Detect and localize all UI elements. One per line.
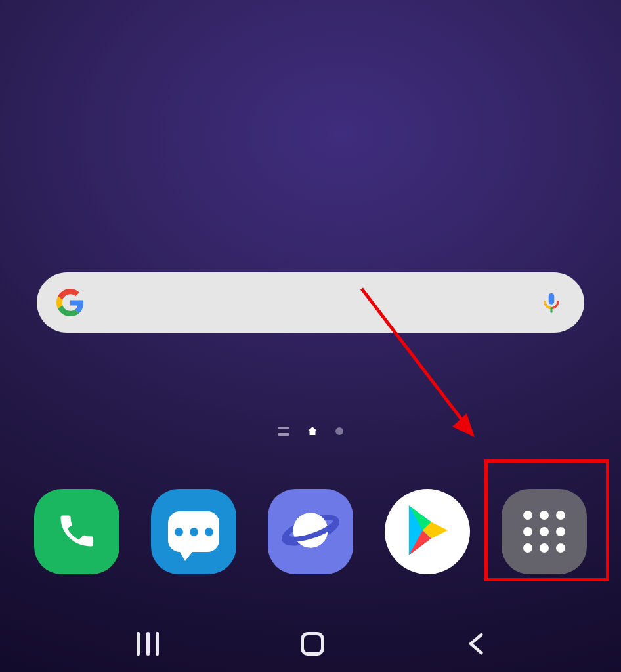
- messages-app[interactable]: [151, 489, 236, 574]
- nav-back-button[interactable]: [466, 631, 484, 656]
- navigation-bar: [0, 616, 621, 672]
- grid-icon: [523, 511, 565, 553]
- phone-icon: [56, 509, 98, 554]
- play-store-app[interactable]: [385, 489, 470, 574]
- page-dot-list-icon[interactable]: [278, 427, 289, 436]
- messages-icon: [168, 511, 219, 552]
- play-triangle-icon: [403, 503, 452, 560]
- phone-app[interactable]: [34, 489, 119, 574]
- google-g-icon: [56, 289, 84, 316]
- page-dot[interactable]: [335, 427, 343, 435]
- dock: [0, 479, 621, 584]
- page-dot-home-icon[interactable]: [307, 425, 318, 437]
- internet-app[interactable]: [268, 489, 353, 574]
- planet-icon: [282, 501, 339, 562]
- nav-recent-button[interactable]: [137, 632, 159, 656]
- page-indicator: [0, 425, 621, 437]
- google-search-widget[interactable]: [37, 272, 584, 333]
- apps-drawer-button[interactable]: [502, 489, 587, 574]
- voice-search-icon[interactable]: [538, 289, 565, 316]
- svg-rect-0: [549, 293, 555, 304]
- nav-home-button[interactable]: [301, 632, 324, 656]
